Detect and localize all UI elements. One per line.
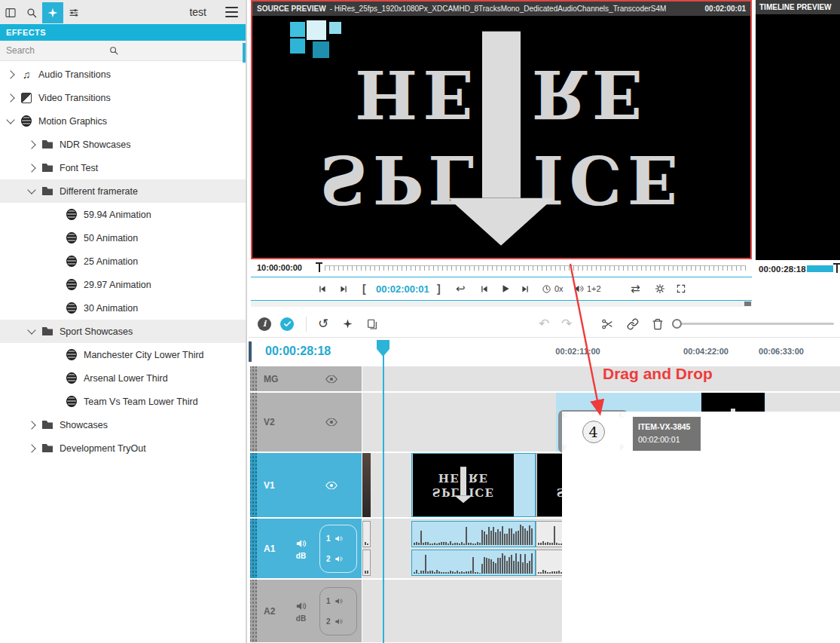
playhead-line[interactable]	[383, 354, 384, 643]
timeline-vertical-scrollbar-thumb[interactable]	[249, 341, 252, 362]
step-back-button[interactable]	[317, 277, 327, 300]
info-button[interactable]: i	[258, 311, 271, 337]
playback-speed-control[interactable]: 0x	[542, 277, 564, 300]
tree-item-59-94-animation[interactable]: 59.94 Animation	[0, 203, 246, 226]
razor-button[interactable]	[601, 311, 613, 337]
link-clips-button[interactable]	[627, 311, 639, 337]
tree-item-showcases[interactable]: Showcases	[0, 413, 246, 436]
go-to-start-button[interactable]	[479, 277, 489, 300]
fullscreen-button[interactable]	[676, 277, 686, 300]
vtrans-icon	[21, 93, 32, 103]
track-drag-handle[interactable]	[250, 519, 257, 578]
timeline-video-monitor[interactable]	[756, 14, 840, 260]
settings-button[interactable]	[655, 277, 665, 300]
menu-icon[interactable]	[225, 7, 238, 17]
tree-item-sport-showcases[interactable]: Sport Showcases	[0, 320, 246, 343]
mark-in-button[interactable]: [	[362, 277, 366, 300]
playback-speed-value: 0x	[554, 284, 564, 293]
tree-item-audio-transitions[interactable]: ♫Audio Transitions	[0, 63, 246, 86]
source-horizontal-scrollbar[interactable]	[251, 301, 752, 307]
video-clip-selected[interactable]: SPLICEHERE	[411, 453, 536, 517]
source-ruler[interactable]: 10:00:00:00	[251, 259, 752, 277]
timeline-preview-progress-bar[interactable]	[807, 265, 833, 272]
tree-item-motion-graphics[interactable]: Motion Graphics	[0, 109, 246, 133]
tree-item-30-animation[interactable]: 30 Animation	[0, 296, 246, 320]
step-forward-button[interactable]	[339, 277, 349, 300]
audio-clip-sliver[interactable]	[362, 521, 371, 547]
delete-button[interactable]	[652, 311, 664, 337]
history-button[interactable]: ↺	[318, 311, 328, 337]
redo-button[interactable]: ↷	[561, 311, 572, 337]
timeline-ruler[interactable]: 00:00:28:18 00:02:11:00 00:04:22:00 00:0…	[249, 338, 840, 366]
tree-item-manchester-city-lower-third[interactable]: Manchester City Lower Third	[0, 343, 246, 366]
undo-button[interactable]: ↶	[539, 311, 549, 337]
play-button[interactable]	[500, 277, 511, 300]
audio-monitor-control[interactable]: 1+2	[573, 277, 601, 300]
snapping-toggle-button[interactable]	[280, 311, 294, 337]
track-visibility-toggle[interactable]	[325, 375, 338, 383]
timeline-zoom-slider[interactable]	[674, 323, 834, 325]
audio-clip-selected[interactable]	[411, 521, 536, 547]
chevron-right-icon[interactable]	[27, 140, 35, 149]
track-mute-gain-control[interactable]: dB	[295, 537, 307, 559]
zoom-slider-knob[interactable]	[672, 319, 682, 329]
tree-item-ndr-showcases[interactable]: NDR Showcases	[0, 133, 246, 156]
search-input[interactable]	[0, 41, 121, 60]
search-tab-button[interactable]	[21, 2, 42, 23]
track-visibility-toggle[interactable]	[325, 418, 338, 427]
video-clip-sliver[interactable]	[362, 453, 371, 517]
audio-channel-1-toggle[interactable]: 1	[326, 534, 350, 543]
mark-out-button[interactable]: ]	[437, 277, 441, 300]
tree-item-label: Team Vs Team Lower Third	[84, 397, 198, 407]
audio-channel-1-toggle[interactable]: 1	[326, 597, 350, 605]
swap-preview-button[interactable]: ⇄	[631, 277, 640, 300]
chevron-right-icon[interactable]	[27, 444, 35, 452]
auto-select-button[interactable]	[342, 311, 353, 337]
track-drag-handle[interactable]	[250, 366, 257, 391]
track-drag-handle[interactable]	[250, 393, 257, 452]
tree-item-label: Arsenal Lower Third	[84, 373, 168, 384]
search-icon[interactable]	[108, 45, 119, 56]
sequence-manager-button[interactable]	[366, 311, 378, 337]
timeline-preview-playhead-marker[interactable]	[833, 263, 840, 273]
chevron-right-icon[interactable]	[6, 93, 14, 102]
track-mute-gain-control[interactable]: dB	[295, 600, 307, 622]
filter-settings-button[interactable]	[63, 2, 84, 23]
tree-item-50-animation[interactable]: 50 Animation	[0, 226, 246, 250]
tree-item-team-vs-team-lower-third[interactable]: Team Vs Team Lower Third	[0, 390, 246, 413]
library-view-button[interactable]	[0, 2, 21, 23]
track-row-v2: V2 SPLICEHERE C C F F 4	[250, 393, 840, 452]
tree-item-different-framerate[interactable]: Different framerate	[0, 179, 246, 203]
panel-scrollbar-thumb[interactable]	[243, 43, 246, 63]
tree-item-29-97-animation[interactable]: 29.97 Animation	[0, 273, 246, 296]
track-drag-handle[interactable]	[250, 453, 257, 517]
audio-clip-selected[interactable]	[411, 550, 536, 576]
chevron-down-icon[interactable]	[27, 185, 35, 194]
jump-to-in-button[interactable]: ↩	[456, 277, 466, 300]
source-timecode-display[interactable]: 00:02:00:01	[376, 277, 429, 300]
tree-item-25-animation[interactable]: 25 Animation	[0, 250, 246, 273]
chevron-down-icon[interactable]	[27, 326, 35, 334]
chevron-right-icon[interactable]	[27, 164, 35, 172]
swap-icon: ⇄	[631, 282, 640, 295]
tree-item-font-test[interactable]: Font Test	[0, 156, 246, 179]
scrollbar-thumb[interactable]	[744, 302, 751, 306]
chevron-down-icon[interactable]	[6, 115, 14, 124]
audio-channel-2-toggle[interactable]: 2	[326, 617, 350, 626]
tree-item-video-transitions[interactable]: Video Transitions	[0, 86, 246, 109]
track-visibility-toggle[interactable]	[325, 481, 338, 489]
audio-channel-2-toggle[interactable]: 2	[326, 555, 350, 563]
tree-item-development-tryout[interactable]: Development TryOut	[0, 436, 246, 460]
tree-item-label: 50 Animation	[84, 233, 138, 243]
source-video-monitor[interactable]: SPLICEHERE	[252, 16, 750, 258]
tree-item-arsenal-lower-third[interactable]: Arsenal Lower Third	[0, 366, 246, 390]
track-lane-v2[interactable]: SPLICEHERE C C F F 4 ITEM-VX-3845 00:02:…	[362, 393, 840, 452]
track-lane-mg[interactable]	[362, 366, 840, 391]
track-drag-handle[interactable]	[250, 580, 257, 642]
chevron-right-icon[interactable]	[6, 70, 14, 78]
go-to-end-button[interactable]	[521, 277, 530, 300]
source-playhead-marker[interactable]	[316, 262, 322, 272]
effects-tab-button[interactable]	[42, 2, 63, 23]
chevron-right-icon[interactable]	[27, 421, 35, 429]
audio-clip-sliver[interactable]	[362, 550, 371, 576]
